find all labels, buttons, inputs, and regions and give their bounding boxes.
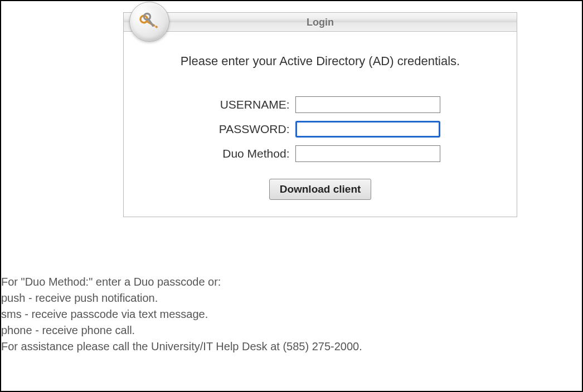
keys-icon xyxy=(129,2,169,42)
login-title: Login xyxy=(307,17,334,28)
username-label: USERNAME: xyxy=(201,98,295,111)
username-row: USERNAME: xyxy=(140,96,500,113)
duo-row: Duo Method: xyxy=(140,145,500,162)
duo-method-input[interactable] xyxy=(295,145,440,162)
help-assist: For assistance please call the Universit… xyxy=(1,339,570,355)
help-line-2: push - receive push notification. xyxy=(1,290,570,306)
svg-rect-3 xyxy=(155,26,158,28)
password-label: PASSWORD: xyxy=(201,122,295,136)
help-line-3: sms - receive passcode via text message. xyxy=(1,306,570,322)
duo-label: Duo Method: xyxy=(201,147,295,160)
password-input[interactable] xyxy=(295,121,440,138)
login-instruction: Please enter your Active Directory (AD) … xyxy=(140,54,500,68)
password-row: PASSWORD: xyxy=(140,121,500,138)
username-input[interactable] xyxy=(295,96,440,113)
login-header: Login xyxy=(124,13,517,32)
help-line-4: phone - receive phone call. xyxy=(1,322,570,339)
login-panel: Login Please enter your Active Directory… xyxy=(123,12,517,217)
help-text: For "Duo Method:" enter a Duo passcode o… xyxy=(1,274,570,355)
login-body: Please enter your Active Directory (AD) … xyxy=(124,32,517,217)
help-line-1: For "Duo Method:" enter a Duo passcode o… xyxy=(1,274,570,290)
download-client-button[interactable]: Download client xyxy=(269,179,372,200)
button-row: Download client xyxy=(140,179,500,200)
